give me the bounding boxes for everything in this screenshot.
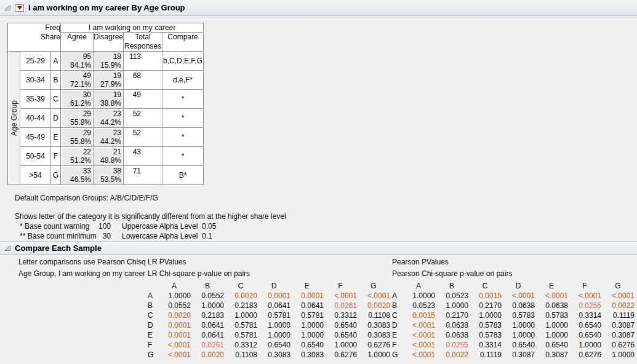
disagree-share-shading: 1938.8% (94, 90, 122, 108)
section-title-career-by-age-group: I am working on my career By Age Group (28, 3, 185, 12)
question-span-header: I am working on my career (61, 23, 204, 33)
p-value-cell: 0.0020 (191, 350, 224, 360)
total-responses-cell: 52 (124, 128, 162, 147)
age-group-axis-label: Age Group (10, 100, 18, 136)
compare-cell: * (162, 90, 204, 109)
p-value-cell: 0.6276 (568, 350, 601, 360)
red-triangle-menu-button[interactable] (15, 4, 24, 12)
disagree-cell: 2344.2% (94, 128, 124, 147)
p-value-cell: 1.0000 (324, 340, 357, 350)
agree-cell: 2955.8% (61, 109, 94, 128)
p-value-cell: 0.3083 (257, 350, 290, 360)
agree-percent: 46.5% (63, 175, 91, 184)
p-value-cell: 0.2183 (191, 311, 224, 320)
p-value-cell: 1.0000 (290, 320, 324, 330)
matrix-row-label: A (148, 291, 158, 301)
age-range-cell: 50-54 (20, 147, 51, 166)
share-label: Share (8, 33, 60, 42)
agree-share-shading: 2955.8% (62, 109, 92, 127)
p-value-cell: 0.6276 (601, 340, 635, 350)
alpha-level-value: 0.05 (202, 221, 216, 231)
agree-count: 22 (63, 148, 91, 156)
agree-count: 29 (63, 109, 91, 118)
matrix-col-header: F (324, 281, 357, 291)
compare-cell: d,e,F* (162, 71, 204, 90)
matrix-col-header: B (191, 281, 224, 291)
agree-count: 30 (63, 90, 91, 99)
p-value-cell: 0.0255 (435, 340, 468, 350)
total-responses-value: 71 (124, 166, 162, 175)
matrix-col-header: A (158, 281, 191, 291)
age-range-cell: 45-49 (20, 128, 51, 147)
p-value-cell: 0.0638 (535, 301, 568, 311)
disagree-share-shading: 2344.2% (94, 109, 122, 127)
matrix-col-header: D (257, 281, 290, 291)
agree-cell: 4972.1% (61, 71, 94, 90)
pearson-pvalues-title: Pearson PValues (392, 256, 635, 268)
compare-each-sample-section: Letter comparisons use Pearson Chisq Age… (0, 256, 637, 360)
matrix-col-header: A (402, 281, 435, 291)
compare-cell: * (162, 147, 204, 166)
disagree-share-shading: 1927.9% (94, 71, 122, 89)
lr-pvalues-title: LR PValues (148, 256, 390, 268)
p-value-cell: 0.5781 (290, 311, 324, 320)
base-count-value: 30 (92, 231, 111, 241)
age-range-cell: 40-44 (20, 109, 51, 128)
matrix-corner-cell (148, 281, 158, 291)
crosstab-row: Age Group25-29A9584.1%1815.9%113b,C,D,E,… (8, 52, 204, 71)
disagree-percent: 27.9% (95, 80, 121, 89)
matrix-row: G<.00010.00200.11080.30830.30830.62761.0… (148, 350, 390, 360)
compare-left-notes: Letter comparisons use Pearson Chisq Age… (18, 256, 148, 280)
agree-share-shading: 3061.2% (62, 90, 92, 108)
matrix-row-label: B (148, 301, 158, 311)
p-value-cell: 0.1108 (224, 350, 257, 360)
p-value-cell: <.0001 (158, 350, 191, 360)
p-value-cell: 0.1119 (601, 311, 635, 320)
disagree-cell: 1938.8% (94, 90, 124, 109)
p-value-cell: 1.0000 (568, 340, 601, 350)
disagree-share-shading: 2148.8% (94, 148, 122, 165)
matrix-row: C0.00150.21701.00000.57830.57830.33140.1… (392, 311, 635, 320)
disclosure-triangle-icon[interactable] (4, 4, 11, 11)
p-value-cell: 1.0000 (290, 330, 324, 340)
disagree-cell: 2344.2% (94, 109, 124, 128)
group-letter-cell: G (51, 166, 61, 185)
p-value-cell: 1.0000 (535, 320, 568, 330)
pearson-pvalue-matrix: ABCDEFGA1.00000.05230.0015<.0001<.0001<.… (392, 281, 635, 360)
total-responses-value: 43 (124, 147, 162, 156)
p-value-cell: 0.0261 (324, 301, 357, 311)
p-value-cell: 0.0261 (191, 340, 224, 350)
agree-percent: 84.1% (63, 61, 91, 69)
matrix-row-label: G (148, 350, 158, 360)
matrix-row: B0.05521.00000.21830.06410.06410.02610.0… (148, 301, 390, 311)
outline-bar-compare-each-sample: Compare Each Sample (0, 241, 637, 255)
p-value-cell: 0.0020 (158, 311, 191, 320)
crosstab-row: 45-49E2955.8%2344.2%52* (8, 128, 204, 147)
p-value-cell: 0.2170 (435, 311, 468, 320)
group-letter-cell: C (51, 90, 61, 109)
p-value-cell: 0.0638 (435, 330, 468, 340)
base-count-label: * Base count warning (20, 221, 92, 231)
matrix-col-header: C (224, 281, 257, 291)
matrix-row-label: E (148, 330, 158, 340)
agree-cell: 3346.5% (61, 166, 94, 185)
p-value-cell: 0.5783 (468, 330, 502, 340)
matrix-row-label: D (392, 320, 402, 330)
p-value-cell: 0.0255 (568, 301, 601, 311)
p-value-cell: 0.0523 (435, 291, 468, 301)
p-value-cell: 0.6540 (502, 340, 535, 350)
agree-share-shading: 2955.8% (62, 129, 92, 146)
disagree-percent: 15.9% (95, 61, 121, 69)
total-responses-cell: 113 (124, 52, 162, 71)
age-group-axis-cell: Age Group (8, 52, 20, 185)
alpha-level-label: Lowercase Alpha Level (122, 231, 202, 241)
disagree-share-shading: 2344.2% (94, 129, 122, 146)
p-value-cell: 0.0638 (502, 301, 535, 311)
disclosure-triangle-icon[interactable] (4, 245, 11, 251)
compare-column-header: Compare (162, 33, 204, 52)
age-range-cell: >54 (20, 166, 51, 185)
matrix-row-label: A (392, 291, 402, 301)
matrix-row-label: E (392, 330, 402, 340)
agree-share-shading: 3346.5% (62, 167, 92, 184)
agree-count: 29 (63, 129, 91, 137)
